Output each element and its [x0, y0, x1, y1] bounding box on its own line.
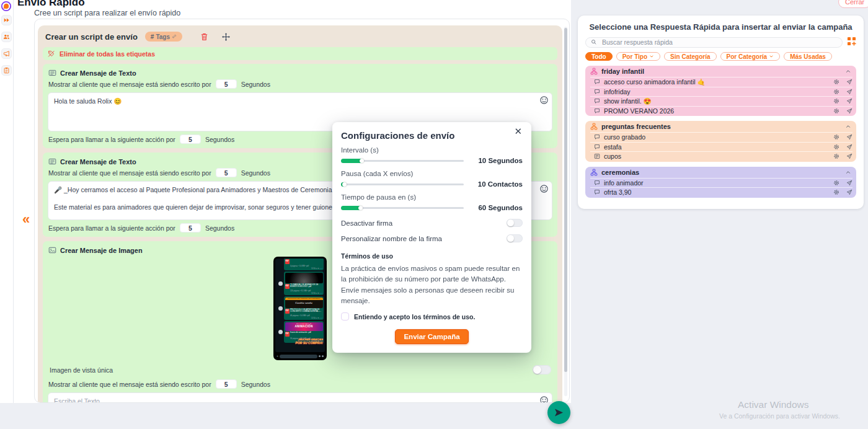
- tags-badge[interactable]: # Tags: [145, 32, 182, 42]
- close-page-button[interactable]: Cerrar: [838, 0, 868, 8]
- megaphone-icon: [3, 50, 10, 57]
- emoji-picker-button[interactable]: [539, 95, 549, 105]
- slider-track-1[interactable]: [341, 184, 464, 185]
- qr-item-acceso-curso-animadora-infantil[interactable]: acceso curso animadora infantil 🤙: [590, 77, 852, 87]
- close-icon[interactable]: ✕: [510, 125, 526, 138]
- typing-seconds-input[interactable]: 5: [216, 79, 237, 89]
- filter-por-categoria[interactable]: Por Categoría: [720, 52, 781, 61]
- qr-item-show-infantil[interactable]: show infantil. 😍: [590, 96, 852, 106]
- send-campaign-button[interactable]: Enviar Campaña: [395, 329, 468, 344]
- toggle-personalizar-nombre-de-la-firma[interactable]: [507, 234, 523, 242]
- quick-replies-panel: Seleccione una Respuesta Rápida para ins…: [578, 15, 864, 209]
- single-view-row: Imagen de vista única: [50, 365, 551, 374]
- add-quick-reply-button[interactable]: [847, 37, 856, 48]
- qr-item-send-button[interactable]: [846, 79, 852, 85]
- typing-duration-row: Mostrar al cliente que el mensaje está s…: [48, 379, 552, 389]
- qr-item-curso-grabado[interactable]: curso grabado: [590, 132, 852, 142]
- search-input[interactable]: [601, 38, 837, 46]
- wait-seconds-input[interactable]: 5: [180, 223, 201, 232]
- slider-row-0: 10 Segundos: [341, 157, 523, 164]
- search-icon: [591, 39, 597, 45]
- image-preview-phone[interactable]: PDF 4 páginas • 3.0 MB • pdf 11:50 a. m.…: [273, 257, 327, 360]
- envio-rapido-screen: Envío Rápido Cree un script para realiza…: [0, 0, 868, 429]
- typing-seconds-input[interactable]: 5: [216, 168, 237, 177]
- filter-sin-categoria[interactable]: Sin Categoría: [664, 52, 716, 61]
- app-logo-icon[interactable]: [1, 1, 12, 12]
- qr-item-settings-button[interactable]: [833, 79, 839, 85]
- sidebar-item-clipboard-icon[interactable]: [1, 65, 12, 76]
- qr-group-header[interactable]: preguntas frecuentes: [585, 121, 856, 132]
- qr-item-label: infofriday: [604, 88, 826, 95]
- hash-icon: #: [151, 33, 154, 40]
- delete-script-button[interactable]: [200, 32, 209, 42]
- collapse-panel-button[interactable]: «: [19, 211, 32, 228]
- qr-item-promo-verano-2026[interactable]: PROMO VERANO 2026: [590, 106, 852, 116]
- qr-item-settings-button[interactable]: [833, 153, 839, 159]
- slider-row-2: 60 Segundos: [341, 204, 523, 211]
- qr-item-settings-button[interactable]: [833, 189, 839, 195]
- quick-replies-search-row: [585, 37, 856, 48]
- qr-item-settings-button[interactable]: [833, 98, 839, 104]
- qr-item-label: ofrta 3,90: [604, 188, 826, 196]
- qr-item-settings-button[interactable]: [833, 144, 839, 150]
- gear-icon: [833, 189, 839, 195]
- accept-terms-row[interactable]: Entiendo y acepto los términos de uso.: [341, 312, 523, 321]
- qr-item-settings-button[interactable]: [833, 89, 839, 95]
- emoji-picker-button[interactable]: [539, 184, 549, 193]
- qr-item-send-button[interactable]: [846, 144, 852, 150]
- script-scrollbar[interactable]: [564, 27, 567, 396]
- filter-todo[interactable]: Todo: [585, 52, 613, 61]
- single-view-toggle[interactable]: [533, 365, 551, 374]
- qr-item-send-button[interactable]: [846, 153, 852, 159]
- qr-item-info-animador[interactable]: info animador: [590, 178, 852, 188]
- toggle-row-1: Personalizar nombre de la firma: [341, 234, 523, 242]
- slider-track-2[interactable]: [341, 207, 464, 209]
- remove-all-labels-banner[interactable]: Eliminar de todas las etiquetas: [43, 47, 557, 60]
- image-caption-textarea[interactable]: [48, 392, 552, 403]
- gear-icon: [833, 79, 839, 85]
- qr-group-header[interactable]: friday infantil: [585, 66, 856, 77]
- chevron-up-icon: [845, 68, 851, 74]
- qr-item-send-button[interactable]: [846, 98, 852, 104]
- slider-thumb-2[interactable]: [358, 206, 363, 210]
- qr-item-send-button[interactable]: [846, 189, 852, 195]
- mic-icon: [322, 355, 324, 357]
- move-script-button[interactable]: [221, 32, 231, 42]
- send-fab-button[interactable]: [547, 401, 570, 424]
- wait-seconds-input[interactable]: 5: [180, 135, 201, 144]
- accept-terms-checkbox[interactable]: [341, 312, 349, 321]
- qr-item-send-button[interactable]: [846, 108, 852, 114]
- sidebar-item-users-icon[interactable]: [1, 32, 12, 42]
- slider-thumb-0[interactable]: [360, 159, 364, 163]
- chat-bubble-icon: [594, 134, 600, 140]
- chev-down-icon: [649, 54, 654, 59]
- smiley-icon: [539, 396, 549, 403]
- qr-item-infofriday[interactable]: infofriday: [590, 87, 852, 97]
- smiley-icon: [539, 184, 549, 193]
- filter-mas-usadas[interactable]: Más Usadas: [784, 52, 832, 61]
- toggle-desactivar-firma[interactable]: [507, 219, 523, 227]
- slider-label-0: Intervalo (s): [341, 146, 523, 154]
- emoji-picker-button[interactable]: [539, 396, 549, 403]
- qr-item-settings-button[interactable]: [833, 180, 839, 186]
- qr-item-settings-button[interactable]: [833, 134, 839, 140]
- qr-item-ofrta-3-90[interactable]: ofrta 3,90: [590, 187, 852, 197]
- qr-item-estafa[interactable]: estafa: [590, 142, 852, 152]
- qr-item-settings-button[interactable]: [833, 108, 839, 114]
- qr-item-send-button[interactable]: [846, 89, 852, 95]
- typing-seconds-input[interactable]: 5: [216, 379, 237, 389]
- qr-item-send-button[interactable]: [846, 134, 852, 140]
- qr-item-cupos[interactable]: cupos: [590, 151, 852, 161]
- smiley-icon: [539, 95, 549, 105]
- sidebar-item-fast-forward-icon[interactable]: [1, 15, 12, 25]
- qr-group-header[interactable]: ceremonias: [585, 167, 856, 178]
- send-icon: [846, 134, 852, 140]
- qr-item-label: cupos: [604, 153, 826, 160]
- modal-toggles: Desactivar firma Personalizar nombre de …: [341, 219, 523, 242]
- avatar: [278, 306, 283, 311]
- slider-track-0[interactable]: [341, 160, 464, 162]
- sidebar-item-megaphone-icon[interactable]: [1, 48, 12, 59]
- slider-thumb-1[interactable]: [342, 182, 347, 187]
- filter-por-tipo[interactable]: Por Tipo: [616, 52, 660, 61]
- qr-item-send-button[interactable]: [846, 180, 852, 186]
